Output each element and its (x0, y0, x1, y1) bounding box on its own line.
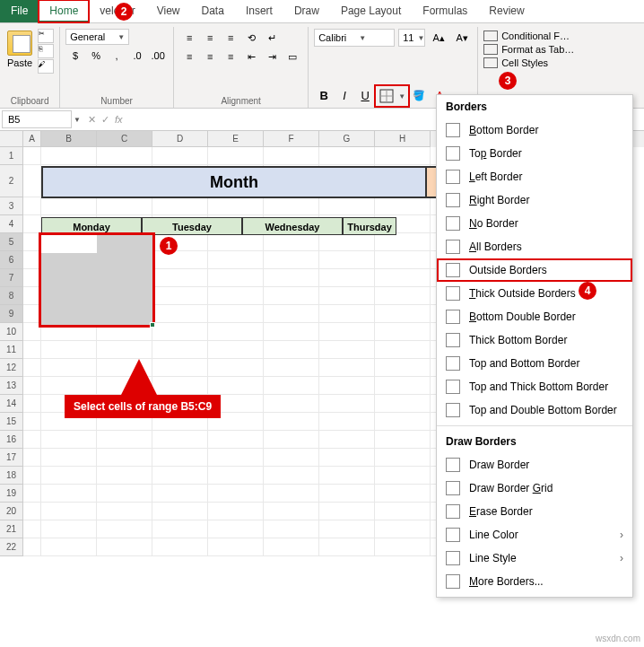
row-header-2[interactable]: 2 (0, 165, 23, 197)
fill-handle[interactable] (150, 322, 155, 328)
paste-button[interactable]: Paste (5, 29, 34, 70)
border-menu-draw-border[interactable]: Draw Border (437, 453, 632, 477)
month-header-cell[interactable]: Month (41, 166, 427, 198)
border-menu-top-and-bottom-border[interactable]: Top and Bottom Border (437, 352, 632, 375)
fx-icon[interactable]: fx (115, 114, 123, 125)
tab-view[interactable]: View (146, 0, 191, 22)
decrease-indent-button[interactable]: ⇤ (241, 48, 261, 66)
border-menu-top-and-double-bottom-border[interactable]: Top and Double Bottom Border (437, 398, 632, 422)
tab-draw[interactable]: Draw (283, 0, 330, 22)
col-header-C[interactable]: C (97, 131, 152, 147)
border-menu-more-borders-[interactable]: More Borders... (437, 570, 632, 593)
day-thursday[interactable]: Thursday (343, 217, 396, 235)
copy-button[interactable]: ⎘ (38, 44, 54, 58)
align-right-button[interactable]: ≡ (221, 48, 240, 66)
row-header-1[interactable]: 1 (0, 147, 23, 165)
tab-pagelayout[interactable]: Page Layout (330, 0, 412, 22)
row-header-7[interactable]: 7 (0, 269, 23, 287)
row-header-22[interactable]: 22 (0, 538, 23, 556)
row-header-18[interactable]: 18 (0, 467, 23, 485)
day-monday[interactable]: Monday (41, 217, 142, 235)
day-wednesday[interactable]: Wednesday (242, 217, 343, 235)
borders-dropdown-arrow[interactable]: ▼ (396, 87, 407, 105)
format-painter-button[interactable]: 🖌 (38, 59, 54, 74)
border-menu-outside-borders[interactable]: Outside Borders (437, 258, 632, 282)
decrease-decimal-button[interactable]: .00 (148, 47, 168, 65)
format-as-table-button[interactable]: Format as Tab… (483, 44, 574, 55)
border-menu-bottom-border[interactable]: Bottom Border (437, 118, 632, 142)
cell-styles-button[interactable]: Cell Styles (483, 57, 574, 68)
font-name-dropdown[interactable]: Calibri ▼ (314, 29, 395, 47)
col-header-G[interactable]: G (319, 131, 375, 147)
number-format-dropdown[interactable]: General ▼ (65, 29, 129, 45)
border-menu-top-and-thick-bottom-border[interactable]: Top and Thick Bottom Border (437, 375, 632, 398)
align-bottom-button[interactable]: ≡ (221, 29, 240, 47)
row-header-14[interactable]: 14 (0, 395, 23, 413)
border-menu-thick-bottom-border[interactable]: Thick Bottom Border (437, 328, 632, 352)
increase-font-button[interactable]: A▴ (429, 29, 448, 47)
tab-home[interactable]: Home (39, 0, 89, 22)
bold-button[interactable]: B (314, 86, 334, 104)
align-top-button[interactable]: ≡ (179, 29, 199, 47)
tab-formulas[interactable]: Formulas (412, 0, 478, 22)
col-header-H[interactable]: H (375, 131, 431, 147)
tab-insert[interactable]: Insert (235, 0, 283, 22)
row-header-11[interactable]: 11 (0, 341, 23, 359)
border-menu-right-border[interactable]: Right Border (437, 188, 632, 212)
row-header-13[interactable]: 13 (0, 377, 23, 395)
row-header-19[interactable]: 19 (0, 485, 23, 503)
font-size-dropdown[interactable]: 11 ▼ (398, 29, 425, 47)
border-menu-erase-border[interactable]: Erase Border (437, 500, 632, 523)
tab-file[interactable]: File (0, 0, 39, 22)
row-header-4[interactable]: 4 (0, 215, 23, 233)
row-header-20[interactable]: 20 (0, 503, 23, 520)
row-header-6[interactable]: 6 (0, 251, 23, 269)
increase-decimal-button[interactable]: .0 (127, 47, 147, 65)
col-header-B[interactable]: B (41, 131, 97, 147)
border-menu-left-border[interactable]: Left Border (437, 165, 632, 188)
conditional-formatting-button[interactable]: Conditional F… (483, 31, 574, 41)
tab-review[interactable]: Review (478, 0, 535, 22)
row-header-10[interactable]: 10 (0, 323, 23, 341)
border-menu-line-style[interactable]: Line Style (437, 546, 632, 570)
chevron-down-icon[interactable]: ▼ (74, 116, 81, 124)
col-header-E[interactable]: E (208, 131, 264, 147)
border-menu-line-color[interactable]: Line Color (437, 523, 632, 546)
row-header-5[interactable]: 5 (0, 233, 23, 251)
align-left-button[interactable]: ≡ (179, 48, 199, 66)
row-header-21[interactable]: 21 (0, 520, 23, 538)
select-all-corner[interactable] (0, 131, 23, 147)
border-menu-draw-border-grid[interactable]: Draw Border Grid (437, 477, 632, 500)
row-header-9[interactable]: 9 (0, 305, 23, 323)
percent-button[interactable]: % (86, 47, 106, 65)
day-tuesday[interactable]: Tuesday (142, 217, 242, 235)
row-header-17[interactable]: 17 (0, 449, 23, 467)
orientation-button[interactable]: ⟲ (241, 29, 261, 47)
increase-indent-button[interactable]: ⇥ (262, 48, 282, 66)
row-header-3[interactable]: 3 (0, 197, 23, 215)
name-box[interactable]: B5 (2, 110, 72, 128)
wrap-text-button[interactable]: ↵ (262, 29, 282, 47)
row-header-15[interactable]: 15 (0, 413, 23, 431)
active-cell[interactable] (41, 235, 97, 253)
cut-button[interactable]: ✂ (38, 29, 54, 43)
borders-button[interactable] (377, 87, 396, 105)
underline-button[interactable]: U (355, 86, 375, 104)
border-menu-all-borders[interactable]: All Borders (437, 235, 632, 258)
align-middle-button[interactable]: ≡ (200, 29, 220, 47)
tab-data[interactable]: Data (191, 0, 235, 22)
decrease-font-button[interactable]: A▾ (452, 29, 472, 47)
currency-button[interactable]: $ (65, 47, 85, 65)
align-center-button[interactable]: ≡ (200, 48, 220, 66)
cell-selection[interactable] (41, 235, 152, 325)
fill-color-button[interactable]: 🪣 (409, 86, 429, 104)
row-header-16[interactable]: 16 (0, 431, 23, 449)
border-menu-thick-outside-borders[interactable]: Thick Outside Borders (437, 282, 632, 305)
col-header-A[interactable]: A (23, 131, 41, 147)
cancel-icon[interactable]: ✕ (88, 114, 96, 126)
border-menu-no-border[interactable]: No Border (437, 212, 632, 235)
border-menu-top-border[interactable]: Top Border (437, 142, 632, 165)
col-header-D[interactable]: D (152, 131, 208, 147)
row-header-12[interactable]: 12 (0, 359, 23, 377)
border-menu-bottom-double-border[interactable]: Bottom Double Border (437, 305, 632, 328)
